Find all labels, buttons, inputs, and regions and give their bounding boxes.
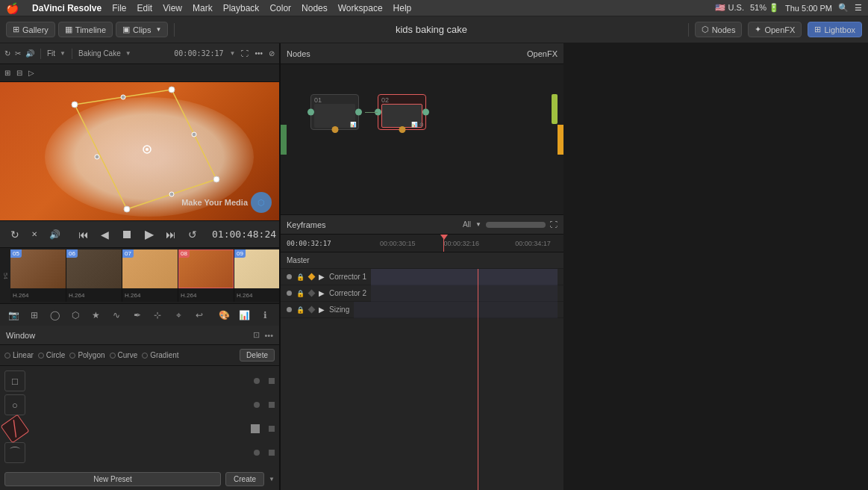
- kf-diamond-2[interactable]: [308, 290, 316, 297]
- menu-help[interactable]: Help: [393, 3, 412, 13]
- skip-back-button[interactable]: ⏮: [75, 227, 92, 242]
- node-01[interactable]: 01 📊: [310, 94, 359, 130]
- viewer-audio-icon[interactable]: 🔊: [25, 49, 34, 58]
- viewer-wipe-icon[interactable]: ▷: [28, 69, 34, 77]
- gradient-radio[interactable]: [142, 353, 148, 359]
- viewer-fullscreen-icon[interactable]: ⛶: [241, 49, 249, 58]
- node-01-input-dot[interactable]: [307, 109, 314, 116]
- menu-playback[interactable]: Playback: [223, 3, 260, 13]
- kf-diamond-1[interactable]: [308, 273, 316, 281]
- clip-item-07[interactable]: V107H.264: [122, 249, 178, 302]
- menu-nodes[interactable]: Nodes: [302, 3, 328, 13]
- menu-file[interactable]: File: [112, 3, 126, 13]
- menu-edit[interactable]: Edit: [137, 3, 153, 13]
- keyframes-expand-icon[interactable]: ⛶: [550, 220, 558, 229]
- window-more-icon[interactable]: •••: [264, 331, 273, 340]
- new-preset-button[interactable]: New Preset: [4, 472, 221, 486]
- timeline-button[interactable]: ▦ Timeline: [58, 22, 113, 37]
- kf-lock-3-icon[interactable]: 🔒: [296, 306, 305, 314]
- lightbox-button[interactable]: ⊞ Lightbox: [808, 22, 862, 37]
- tool-grid-icon[interactable]: ⊞: [27, 307, 43, 323]
- shape-curve-icon[interactable]: ⌒: [4, 442, 25, 463]
- mask-type-curve[interactable]: Curve: [110, 351, 138, 359]
- viewer-fit-dropdown-icon[interactable]: ▼: [60, 50, 66, 57]
- tool-info-icon[interactable]: ℹ: [257, 307, 273, 323]
- clips-dropdown-icon[interactable]: ▼: [155, 26, 161, 33]
- kf-expand-2-icon[interactable]: ▶: [319, 289, 325, 297]
- create-button[interactable]: Create: [225, 472, 264, 486]
- mask-type-polygon[interactable]: Polygon: [69, 351, 104, 359]
- gallery-button[interactable]: ⊞ Gallery: [6, 22, 55, 37]
- tool-star-icon[interactable]: ★: [88, 307, 104, 323]
- delete-button[interactable]: Delete: [240, 349, 275, 362]
- kf-expand-1-icon[interactable]: ▶: [319, 273, 325, 281]
- step-back-button[interactable]: ◀: [98, 227, 112, 242]
- viewer-scope-icon[interactable]: ⊘: [269, 49, 275, 58]
- node-02[interactable]: 02 📊 ⊙: [378, 94, 426, 130]
- menu-color[interactable]: Color: [269, 3, 291, 13]
- openfx-button[interactable]: ✦ OpenFX: [748, 22, 802, 37]
- keyframes-all-label[interactable]: All: [463, 220, 471, 229]
- create-dropdown-icon[interactable]: ▼: [269, 476, 275, 483]
- menu-mark[interactable]: Mark: [193, 3, 213, 13]
- mask-type-gradient[interactable]: Gradient: [142, 351, 178, 359]
- loop-icon[interactable]: ↻: [7, 227, 22, 242]
- linear-radio[interactable]: [4, 353, 10, 359]
- loop-playback-icon[interactable]: ↺: [185, 227, 200, 242]
- node-02-key-dot[interactable]: [399, 126, 405, 133]
- clip-dropdown-icon[interactable]: ▼: [125, 50, 131, 57]
- tool-camera-icon[interactable]: 📷: [6, 307, 22, 323]
- mask-type-linear[interactable]: Linear: [4, 351, 34, 359]
- all-dropdown-icon[interactable]: ▼: [475, 221, 481, 228]
- nodes-button[interactable]: ⬡ Nodes: [695, 22, 743, 37]
- tool-palette-icon[interactable]: 🎨: [216, 307, 232, 323]
- tool-circle-icon[interactable]: ◯: [47, 307, 63, 323]
- viewer-more-icon[interactable]: •••: [255, 49, 263, 58]
- kf-lock-1-icon[interactable]: 🔒: [296, 273, 305, 281]
- shape-circle-icon[interactable]: ○: [4, 394, 25, 415]
- clip-item-06[interactable]: V106H.264: [66, 249, 122, 302]
- clip-item-09[interactable]: V109H.264: [234, 249, 279, 302]
- curve-radio[interactable]: [110, 353, 116, 359]
- menu-workspace[interactable]: Workspace: [338, 3, 383, 13]
- play-button[interactable]: ▶: [142, 226, 157, 243]
- menu-view[interactable]: View: [163, 3, 182, 13]
- kf-diamond-3[interactable]: [308, 306, 316, 314]
- polygon-radio[interactable]: [69, 353, 75, 359]
- kf-lock-2-icon[interactable]: 🔒: [296, 290, 305, 297]
- apple-logo-icon[interactable]: 🍎: [6, 2, 19, 14]
- keyframes-zoom-slider[interactable]: [486, 222, 546, 228]
- kf-corrector-1-row: 🔒 ▶ Corrector 1: [281, 269, 563, 285]
- tool-chart-icon[interactable]: 📊: [237, 307, 253, 323]
- viewer-cut-icon[interactable]: ✂: [15, 49, 21, 58]
- clips-button[interactable]: ▣ Clips ▼: [116, 22, 168, 37]
- tool-curve-icon[interactable]: ∿: [109, 307, 125, 323]
- circle-radio[interactable]: [38, 353, 44, 359]
- viewer-split-icon[interactable]: ⊟: [16, 69, 22, 77]
- clip-item-08[interactable]: V108H.264: [178, 249, 234, 302]
- shape-line-icon[interactable]: ╱: [1, 415, 30, 444]
- skip-forward-button[interactable]: ⏭: [163, 227, 179, 242]
- openfx-toolbar-label[interactable]: OpenFX: [527, 49, 558, 58]
- viewer-fit-label[interactable]: Fit: [47, 49, 55, 58]
- tool-select-icon[interactable]: ⊹: [150, 307, 166, 323]
- audio-icon[interactable]: 🔊: [46, 228, 63, 241]
- shape-rectangle-icon[interactable]: □: [4, 370, 25, 391]
- settings-icon[interactable]: ✕: [28, 229, 40, 240]
- clip-name-label[interactable]: Baking Cake: [78, 49, 121, 58]
- viewer-loop-icon[interactable]: ↻: [4, 49, 10, 58]
- node-01-key-dot[interactable]: [331, 126, 338, 133]
- tool-pen-icon[interactable]: ✒: [129, 307, 146, 323]
- viewer-grid-icon[interactable]: ⊞: [4, 69, 10, 77]
- tool-nodes-icon[interactable]: ⬡: [68, 307, 84, 323]
- viewer-timecode-dropdown-icon[interactable]: ▼: [230, 50, 236, 57]
- window-expand-icon[interactable]: ⊡: [253, 330, 260, 340]
- stop-button[interactable]: ⏹: [118, 226, 136, 243]
- tool-undo-icon[interactable]: ↩: [191, 307, 207, 323]
- tool-crop-icon[interactable]: ⌖: [170, 307, 187, 323]
- mask-type-circle[interactable]: Circle: [38, 351, 66, 359]
- node-02-output-dot[interactable]: [422, 109, 429, 116]
- node-01-output-dot[interactable]: [355, 109, 362, 116]
- clip-item-05[interactable]: V105H.264: [10, 249, 66, 302]
- kf-expand-3-icon[interactable]: ▶: [319, 306, 325, 314]
